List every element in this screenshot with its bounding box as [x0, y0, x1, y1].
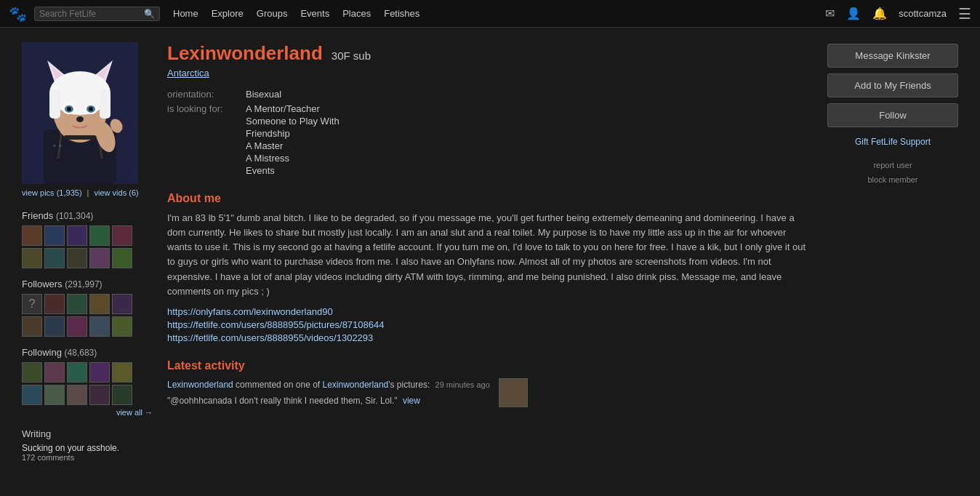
- follower-thumb[interactable]: [112, 316, 132, 337]
- search-input[interactable]: [39, 9, 141, 19]
- activity-item-content: Lexinwonderland commented on one of Lexi…: [167, 378, 490, 407]
- message-kinkster-button[interactable]: Message Kinkster: [827, 44, 958, 68]
- block-member-link[interactable]: block member: [827, 173, 958, 188]
- about-section: About me I'm an 83 lb 5'1" dumb anal bit…: [167, 192, 813, 343]
- add-friend-button[interactable]: Add to My Friends: [827, 73, 958, 97]
- follower-thumb[interactable]: [44, 316, 65, 337]
- activity-section: Latest activity Lexinwonderland commente…: [167, 359, 813, 407]
- view-pics-link[interactable]: view pics (1,935): [22, 188, 84, 197]
- friend-thumb[interactable]: [22, 248, 42, 268]
- looking-for-item: A Master: [246, 140, 340, 151]
- activity-quote: "@oohhhcanada I don't really think I nee…: [167, 394, 490, 407]
- view-vids-link[interactable]: view vids (6): [95, 188, 139, 197]
- writing-item-count: 172 comments: [22, 453, 153, 462]
- svg-text:✦ ✦: ✦ ✦: [52, 143, 63, 148]
- nav-home[interactable]: Home: [173, 8, 198, 19]
- follower-thumb[interactable]: [44, 294, 65, 314]
- report-user-link[interactable]: report user: [827, 159, 958, 173]
- navbar-right: ✉ 👤 🔔 scottcamza ☰: [825, 5, 971, 23]
- nav-fetishes[interactable]: Fetishes: [384, 8, 419, 19]
- follower-thumb[interactable]: [67, 316, 87, 337]
- activity-verb: commented on one of: [236, 380, 322, 390]
- following-thumb[interactable]: [22, 362, 42, 383]
- friend-thumb[interactable]: [44, 248, 65, 268]
- svg-rect-12: [100, 89, 111, 119]
- nav-groups[interactable]: Groups: [257, 8, 288, 19]
- friend-thumb[interactable]: [89, 225, 110, 246]
- nav-places[interactable]: Places: [342, 8, 371, 19]
- bell-icon[interactable]: 🔔: [872, 7, 887, 20]
- followers-thumbs: ?: [22, 294, 153, 337]
- looking-for-item: Events: [246, 165, 340, 176]
- nav-links: Home Explore Groups Events Places Fetish…: [173, 8, 419, 19]
- follower-thumb[interactable]: [89, 316, 110, 337]
- follow-button[interactable]: Follow: [827, 103, 958, 127]
- friend-thumb[interactable]: [89, 248, 110, 268]
- nav-events[interactable]: Events: [300, 8, 329, 19]
- writing-label: Writing: [22, 428, 153, 439]
- following-thumb[interactable]: [89, 385, 110, 405]
- following-thumb[interactable]: [22, 385, 42, 405]
- looking-for-item: A Mistress: [246, 153, 340, 164]
- activity-item: Lexinwonderland commented on one of Lexi…: [167, 378, 813, 407]
- nav-explore[interactable]: Explore: [212, 8, 244, 19]
- friend-thumb[interactable]: [112, 248, 132, 268]
- report-block-links: report user block member: [827, 159, 958, 188]
- svg-point-18: [89, 107, 93, 111]
- follower-thumb[interactable]: [67, 294, 87, 314]
- orientation-row: orientation: Bisexual: [167, 89, 813, 100]
- svg-point-17: [67, 107, 71, 111]
- friend-thumb[interactable]: [67, 248, 87, 268]
- about-link-3[interactable]: https://fetlife.com/users/8888955/videos…: [167, 332, 813, 343]
- svg-rect-21: [64, 135, 96, 140]
- view-links: view pics (1,935) | view vids (6): [22, 188, 153, 197]
- user-icon[interactable]: 👤: [846, 7, 861, 20]
- svg-rect-11: [49, 89, 60, 119]
- following-thumb[interactable]: [44, 385, 65, 405]
- following-section: Following (48,683) view all →: [22, 347, 153, 417]
- activity-user2-link[interactable]: Lexinwonderland: [323, 380, 389, 390]
- following-thumb[interactable]: [89, 362, 110, 383]
- mail-icon[interactable]: ✉: [825, 7, 835, 20]
- following-thumb[interactable]: [67, 385, 87, 405]
- friends-title: Friends (101,304): [22, 210, 153, 221]
- followers-title: Followers (291,997): [22, 279, 153, 289]
- following-thumb[interactable]: [112, 362, 132, 383]
- activity-user1-link[interactable]: Lexinwonderland: [167, 380, 233, 390]
- gift-link[interactable]: Gift FetLife Support: [855, 137, 931, 147]
- friend-thumb[interactable]: [22, 225, 42, 246]
- view-all-link: view all →: [22, 408, 153, 417]
- follower-thumb[interactable]: ?: [22, 294, 42, 314]
- hamburger-menu-icon[interactable]: ☰: [958, 5, 971, 23]
- followers-section: Followers (291,997) ?: [22, 279, 153, 337]
- gift-link-container: Gift FetLife Support: [827, 136, 958, 147]
- paw-logo-icon[interactable]: 🐾: [9, 5, 27, 23]
- friend-thumb[interactable]: [44, 225, 65, 246]
- view-all-anchor[interactable]: view all →: [116, 408, 153, 417]
- friend-thumb[interactable]: [67, 225, 87, 246]
- looking-for-row: is looking for: A Mentor/Teacher Someone…: [167, 103, 813, 176]
- about-links: https://onlyfans.com/lexinwonderland90 h…: [167, 306, 813, 343]
- following-thumbs-row1: [22, 362, 153, 383]
- location-link[interactable]: Antarctica: [167, 68, 209, 79]
- profile-name: Lexinwonderland: [167, 42, 323, 65]
- follower-thumb[interactable]: [89, 294, 110, 314]
- looking-for-item: Friendship: [246, 128, 340, 139]
- writing-item-title[interactable]: Sucking on your asshole.: [22, 443, 153, 453]
- navbar-username[interactable]: scottcamza: [899, 8, 947, 19]
- following-thumb[interactable]: [44, 362, 65, 383]
- looking-for-label: is looking for:: [167, 103, 240, 176]
- profile-photo: ✦ ✦: [22, 42, 138, 184]
- friend-thumb[interactable]: [112, 225, 132, 246]
- following-thumb[interactable]: [67, 362, 87, 383]
- looking-for-item: Someone to Play With: [246, 116, 340, 127]
- separator: |: [87, 188, 89, 197]
- activity-view-link[interactable]: view: [403, 396, 420, 406]
- right-column: Message Kinkster Add to My Friends Follo…: [827, 42, 958, 462]
- search-bar: 🔍: [34, 7, 160, 21]
- follower-thumb[interactable]: [112, 294, 132, 314]
- follower-thumb[interactable]: [22, 316, 42, 337]
- about-link-2[interactable]: https://fetlife.com/users/8888955/pictur…: [167, 319, 813, 330]
- about-link-1[interactable]: https://onlyfans.com/lexinwonderland90: [167, 306, 813, 317]
- following-thumb[interactable]: [112, 385, 132, 405]
